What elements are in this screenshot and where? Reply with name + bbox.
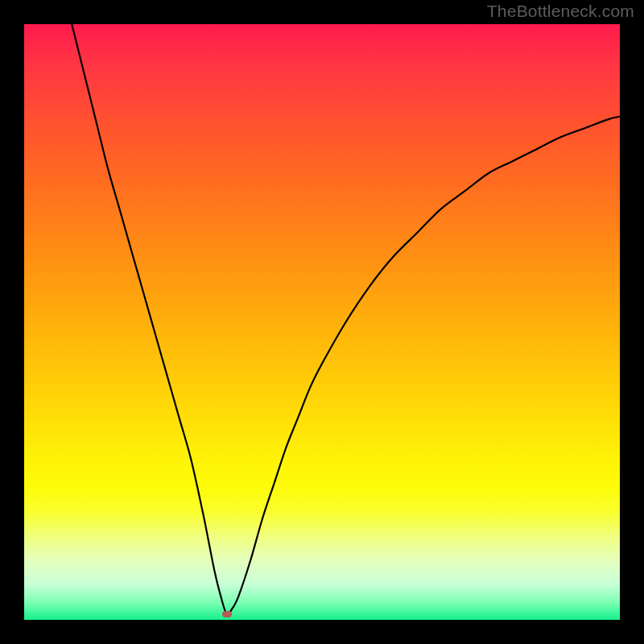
bottleneck-curve bbox=[24, 24, 620, 620]
chart-frame: TheBottleneck.com bbox=[0, 0, 644, 644]
minimum-marker bbox=[222, 611, 232, 617]
watermark-text: TheBottleneck.com bbox=[487, 2, 634, 21]
plot-area bbox=[24, 24, 620, 620]
